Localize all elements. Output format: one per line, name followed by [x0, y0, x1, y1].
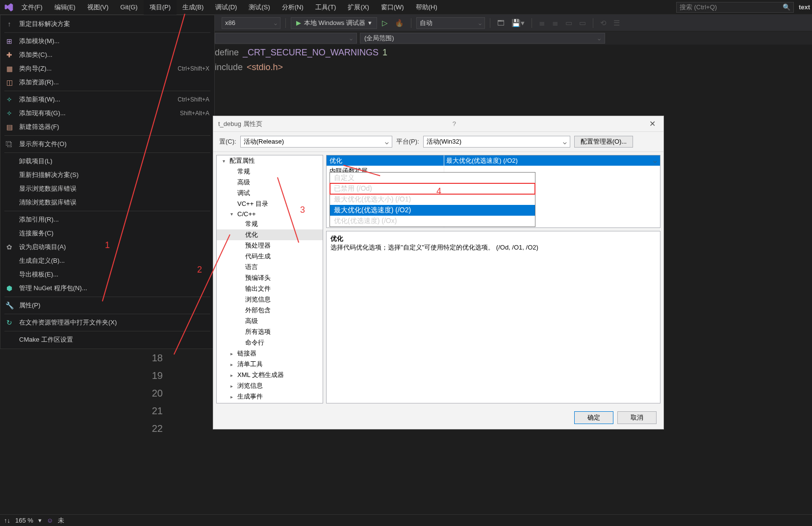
- tree-node[interactable]: ▸清单工具: [217, 359, 323, 370]
- tree-arrow-icon: ▾: [223, 158, 228, 164]
- tree-node[interactable]: 外部包含: [217, 305, 323, 316]
- tree-node[interactable]: ▸浏览信息: [217, 380, 323, 391]
- menu-test[interactable]: 测试(S): [243, 0, 276, 15]
- menu-view[interactable]: 视图(V): [81, 0, 114, 15]
- option-item[interactable]: 优化(优选速度) (/Ox): [330, 216, 535, 226]
- menu-item[interactable]: ⬢管理 NuGet 程序包(N)...: [0, 281, 214, 295]
- search-input[interactable]: 搜索 (Ctrl+Q) 🔍: [676, 2, 794, 13]
- menu-item[interactable]: 连接服务(C): [0, 226, 214, 240]
- option-item[interactable]: 已禁用 (/Od): [330, 183, 535, 194]
- chevron-down-icon: ▾: [368, 19, 372, 26]
- menu-item-icon: ▦: [4, 65, 14, 73]
- tree-label: 代码生成: [245, 252, 271, 261]
- nav-combo-left[interactable]: [215, 33, 357, 44]
- config-manager-button[interactable]: 配置管理器(O)...: [574, 136, 634, 148]
- menu-window[interactable]: 窗口(W): [375, 0, 410, 15]
- menu-item-label: 添加新项(W)...: [19, 95, 173, 104]
- tree-node[interactable]: 预处理器: [217, 240, 323, 251]
- start-no-debug-icon[interactable]: ▷: [380, 19, 390, 27]
- property-tree[interactable]: ▾配置属性常规高级调试VC++ 目录▾C/C++常规优化预处理器代码生成语言预编…: [216, 155, 323, 403]
- start-debug-button[interactable]: ▶ 本地 Windows 调试器 ▾: [291, 17, 377, 29]
- menu-item-label: 属性(P): [19, 301, 204, 310]
- menu-item[interactable]: 添加引用(R)...: [0, 213, 214, 226]
- menu-edit[interactable]: 编辑(E): [49, 0, 81, 15]
- tree-node[interactable]: 浏览信息: [217, 294, 323, 305]
- tree-node[interactable]: ▾配置属性: [217, 155, 323, 166]
- menu-item[interactable]: 重新扫描解决方案(S): [0, 168, 214, 182]
- platform-combo[interactable]: 活动(Win32)⌵: [423, 136, 570, 148]
- platform-combo[interactable]: x86: [222, 17, 280, 29]
- config-combo[interactable]: 活动(Release)⌵: [240, 136, 392, 148]
- tree-node[interactable]: ▸自定义生成步骤: [217, 402, 323, 403]
- tree-label: 浏览信息: [245, 295, 271, 304]
- nav-combo-scope[interactable]: (全局范围): [360, 33, 605, 44]
- option-item[interactable]: 最大优化(优选速度) (/O2): [330, 205, 535, 216]
- menu-item[interactable]: 生成自定义(B)...: [0, 254, 214, 268]
- tree-node[interactable]: 调试: [217, 188, 323, 199]
- menu-item-label: 添加资源(R)...: [19, 78, 204, 87]
- menu-build[interactable]: 生成(B): [177, 0, 209, 15]
- menu-item[interactable]: 显示浏览数据库错误: [0, 182, 214, 196]
- menu-item[interactable]: ↻在文件资源管理器中打开文件夹(X): [0, 316, 214, 329]
- menu-extensions[interactable]: 扩展(X): [342, 0, 375, 15]
- menu-item[interactable]: ↑重定目标解决方案: [0, 17, 214, 31]
- close-icon[interactable]: ✕: [646, 119, 659, 128]
- tree-arrow-icon: ▸: [230, 394, 235, 400]
- property-value[interactable]: 最大优化(优选速度) (/O2): [444, 155, 660, 166]
- search-icon: 🔍: [783, 3, 790, 11]
- menu-item-icon: ⬢: [4, 284, 14, 292]
- menu-help[interactable]: 帮助(H): [410, 0, 443, 15]
- auto-value: 自动: [420, 19, 432, 27]
- ok-button[interactable]: 确定: [574, 411, 613, 424]
- tree-node[interactable]: ▸XML 文档生成器: [217, 370, 323, 380]
- menu-item[interactable]: ✿设为启动项目(A): [0, 240, 214, 254]
- tree-node[interactable]: 常规: [217, 166, 323, 177]
- cancel-button[interactable]: 取消: [617, 411, 657, 424]
- menu-item[interactable]: ⊞添加模块(M)...: [0, 34, 214, 48]
- menu-file[interactable]: 文件(F): [16, 0, 49, 15]
- menu-analyze[interactable]: 分析(N): [276, 0, 309, 15]
- menu-item[interactable]: ▦类向导(Z)...Ctrl+Shift+X: [0, 62, 214, 75]
- tree-node[interactable]: 命令行: [217, 337, 323, 348]
- tree-node[interactable]: 预编译头: [217, 273, 323, 283]
- save-icon[interactable]: 💾▾: [509, 19, 527, 27]
- tree-label: 清单工具: [237, 360, 263, 369]
- menu-tools[interactable]: 工具(T): [309, 0, 342, 15]
- feedback-icon[interactable]: ☺: [47, 517, 53, 524]
- menu-project[interactable]: 项目(P): [144, 0, 177, 15]
- menu-item[interactable]: 🔧属性(P): [0, 299, 214, 312]
- menu-item[interactable]: 清除浏览数据库错误: [0, 196, 214, 209]
- menu-git[interactable]: Git(G): [114, 0, 143, 14]
- tree-node[interactable]: 高级: [217, 177, 323, 188]
- tree-node[interactable]: 代码生成: [217, 251, 323, 262]
- property-row[interactable]: 优化最大优化(优选速度) (/O2): [327, 155, 660, 166]
- option-item[interactable]: 最大优化(优选大小) (/O1): [330, 194, 535, 205]
- menu-item[interactable]: ▤新建筛选器(F): [0, 120, 214, 134]
- desc-title: 优化: [330, 234, 656, 243]
- tree-node[interactable]: 优化: [217, 229, 323, 240]
- optimization-options[interactable]: 自定义已禁用 (/Od)最大优化(优选大小) (/O1)最大优化(优选速度) (…: [330, 172, 535, 227]
- menu-item[interactable]: 导出模板(E)...: [0, 268, 214, 281]
- folder-icon[interactable]: 🗔: [495, 19, 507, 27]
- tree-node[interactable]: ▾C/C++: [217, 209, 323, 219]
- auto-combo[interactable]: 自动: [416, 17, 485, 29]
- menu-item[interactable]: 卸载项目(L): [0, 154, 214, 168]
- tree-node[interactable]: 常规: [217, 219, 323, 229]
- menu-item[interactable]: ✧添加现有项(G)...Shift+Alt+A: [0, 106, 214, 120]
- menu-item[interactable]: ✚添加类(C)...: [0, 48, 214, 62]
- menu-item[interactable]: CMake 工作区设置: [0, 333, 214, 347]
- menu-debug[interactable]: 调试(D): [209, 0, 243, 15]
- option-item[interactable]: 自定义: [330, 173, 535, 183]
- menu-item[interactable]: ✧添加新项(W)...Ctrl+Shift+A: [0, 93, 214, 106]
- tree-node[interactable]: 高级: [217, 316, 323, 326]
- tree-node[interactable]: 语言: [217, 262, 323, 273]
- menu-item[interactable]: ⿻显示所有文件(O): [0, 137, 214, 151]
- tree-node[interactable]: 输出文件: [217, 283, 323, 294]
- tree-node[interactable]: VC++ 目录: [217, 199, 323, 209]
- tree-node[interactable]: ▸生成事件: [217, 391, 323, 402]
- zoom-level[interactable]: 165 %: [15, 517, 33, 524]
- tree-node[interactable]: ▸链接器: [217, 348, 323, 359]
- help-icon[interactable]: ?: [447, 120, 462, 127]
- tree-node[interactable]: 所有选项: [217, 326, 323, 337]
- menu-item[interactable]: ◫添加资源(R)...: [0, 75, 214, 89]
